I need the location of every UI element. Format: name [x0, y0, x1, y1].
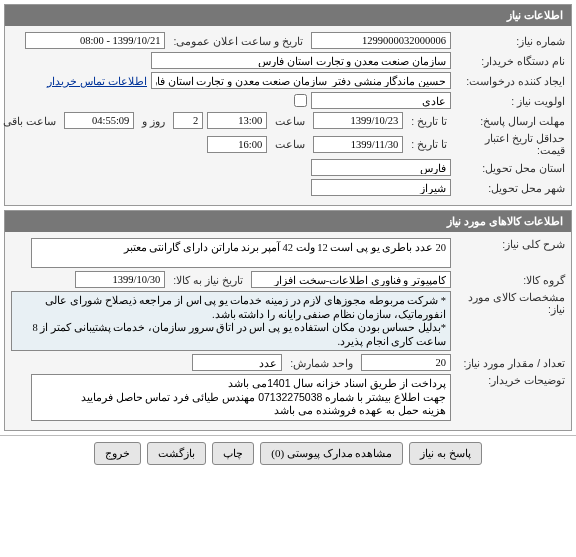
goods-info-header: اطلاعات کالاهای مورد نیاز	[5, 211, 571, 232]
deadline-label: مهلت ارسال پاسخ:	[455, 115, 565, 127]
desc-label: شرح کلی نیاز:	[455, 238, 565, 250]
deadline-time-label: ساعت	[271, 115, 309, 127]
need-info-header: اطلاعات نیاز	[5, 5, 571, 26]
qty-input[interactable]	[361, 354, 451, 371]
back-button[interactable]: بازگشت	[147, 442, 206, 465]
deadline-date-input[interactable]	[313, 112, 403, 129]
contact-link[interactable]: اطلاعات تماس خریدار	[47, 75, 147, 87]
credit-until-label: تا تاریخ :	[407, 138, 451, 150]
print-button[interactable]: چاپ	[212, 442, 254, 465]
priority-input[interactable]	[311, 92, 451, 109]
announce-input[interactable]	[25, 32, 165, 49]
need-info-body: شماره نیاز: تاریخ و ساعت اعلان عمومی: نا…	[5, 26, 571, 205]
credit-time-label: ساعت	[271, 138, 309, 150]
need-no-label: شماره نیاز:	[455, 35, 565, 47]
remaining-time-input[interactable]	[64, 112, 134, 129]
requester-label: ایجاد کننده درخواست:	[455, 75, 565, 87]
need-info-panel: اطلاعات نیاز شماره نیاز: تاریخ و ساعت اع…	[4, 4, 572, 206]
deadline-until-label: تا تاریخ :	[407, 115, 451, 127]
exit-button[interactable]: خروج	[94, 442, 141, 465]
remaining-time-label: ساعت باقی مانده	[0, 115, 60, 127]
need-no-input[interactable]	[311, 32, 451, 49]
city-label: شهر محل تحویل:	[455, 182, 565, 194]
group-date-input[interactable]	[75, 271, 165, 288]
deadline-time-input[interactable]	[207, 112, 267, 129]
province-input[interactable]	[311, 159, 451, 176]
remaining-days-input[interactable]	[173, 112, 203, 129]
credit-label: حداقل تاریخ اعتبار قیمت:	[455, 132, 565, 156]
priority-label: اولویت نیاز :	[455, 95, 565, 107]
group-date-label: تاریخ نیاز به کالا:	[169, 274, 247, 286]
qty-label: تعداد / مقدار مورد نیاز:	[455, 357, 565, 369]
requester-input[interactable]	[151, 72, 451, 89]
province-label: استان محل تحویل:	[455, 162, 565, 174]
city-input[interactable]	[311, 179, 451, 196]
remaining-days-label: روز و	[138, 115, 169, 127]
buyer-label: نام دستگاه خریدار:	[455, 55, 565, 67]
credit-date-input[interactable]	[313, 136, 403, 153]
notes-label: توضیحات خریدار:	[455, 374, 565, 386]
announce-label: تاریخ و ساعت اعلان عمومی:	[169, 35, 307, 47]
goods-info-panel: اطلاعات کالاهای مورد نیاز شرح کلی نیاز: …	[4, 210, 572, 431]
attachments-button[interactable]: مشاهده مدارک پیوستی (0)	[260, 442, 403, 465]
respond-button[interactable]: پاسخ به نیاز	[409, 442, 482, 465]
group-label: گروه کالا:	[455, 274, 565, 286]
credit-time-input[interactable]	[207, 136, 267, 153]
spec-textarea[interactable]	[11, 291, 451, 351]
priority-checkbox[interactable]	[294, 94, 307, 107]
notes-text: پرداخت از طریق اسناد خزانه سال 1401می با…	[31, 374, 451, 421]
unit-input[interactable]	[192, 354, 282, 371]
button-row: پاسخ به نیاز مشاهده مدارک پیوستی (0) چاپ…	[0, 435, 576, 471]
spec-label: مشخصات کالای مورد نیاز:	[455, 291, 565, 315]
desc-textarea[interactable]	[31, 238, 451, 268]
unit-label: واحد شمارش:	[286, 357, 357, 369]
buyer-input[interactable]	[151, 52, 451, 69]
goods-info-body: شرح کلی نیاز: گروه کالا: تاریخ نیاز به ک…	[5, 232, 571, 430]
group-input[interactable]	[251, 271, 451, 288]
